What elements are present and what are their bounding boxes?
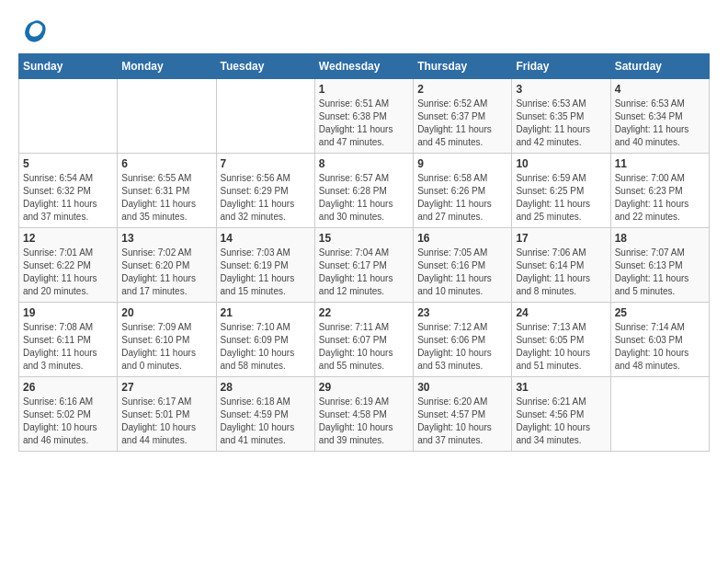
calendar-cell — [216, 79, 314, 154]
weekday-header-cell: Saturday — [610, 54, 709, 79]
calendar-cell: 19Sunrise: 7:08 AM Sunset: 6:11 PM Dayli… — [19, 303, 118, 377]
day-info: Sunrise: 6:19 AM Sunset: 4:58 PM Dayligh… — [319, 396, 409, 447]
day-info: Sunrise: 7:09 AM Sunset: 6:10 PM Dayligh… — [121, 321, 211, 373]
calendar-cell: 3Sunrise: 6:53 AM Sunset: 6:35 PM Daylig… — [512, 79, 610, 154]
day-number: 25 — [615, 306, 705, 319]
calendar-cell — [610, 377, 709, 452]
day-info: Sunrise: 6:56 AM Sunset: 6:29 PM Dayligh… — [221, 172, 311, 224]
day-number: 8 — [319, 157, 409, 170]
day-info: Sunrise: 7:03 AM Sunset: 6:19 PM Dayligh… — [221, 247, 311, 298]
calendar-cell — [19, 79, 118, 154]
calendar-cell: 13Sunrise: 7:02 AM Sunset: 6:20 PM Dayli… — [118, 228, 216, 303]
day-number: 22 — [319, 306, 409, 319]
calendar-cell: 24Sunrise: 7:13 AM Sunset: 6:05 PM Dayli… — [512, 303, 610, 377]
day-number: 18 — [615, 232, 705, 245]
day-number: 30 — [417, 381, 507, 394]
day-number: 20 — [121, 306, 211, 319]
calendar-cell: 1Sunrise: 6:51 AM Sunset: 6:38 PM Daylig… — [314, 79, 413, 154]
day-info: Sunrise: 6:59 AM Sunset: 6:25 PM Dayligh… — [516, 172, 606, 224]
weekday-header-cell: Monday — [118, 54, 216, 79]
day-info: Sunrise: 6:58 AM Sunset: 6:26 PM Dayligh… — [417, 172, 507, 224]
day-number: 26 — [23, 381, 113, 394]
day-number: 5 — [23, 157, 113, 170]
day-info: Sunrise: 7:10 AM Sunset: 6:09 PM Dayligh… — [221, 321, 311, 373]
calendar-cell: 20Sunrise: 7:09 AM Sunset: 6:10 PM Dayli… — [118, 303, 216, 377]
day-number: 19 — [23, 306, 113, 319]
weekday-header-cell: Wednesday — [314, 54, 413, 79]
day-info: Sunrise: 7:05 AM Sunset: 6:16 PM Dayligh… — [417, 247, 507, 298]
calendar-cell: 27Sunrise: 6:17 AM Sunset: 5:01 PM Dayli… — [118, 377, 216, 452]
day-number: 29 — [319, 381, 409, 394]
calendar-week-row: 5Sunrise: 6:54 AM Sunset: 6:32 PM Daylig… — [19, 154, 710, 228]
day-number: 3 — [516, 83, 606, 96]
day-info: Sunrise: 7:00 AM Sunset: 6:23 PM Dayligh… — [615, 172, 705, 224]
weekday-header-cell: Friday — [512, 54, 610, 79]
day-info: Sunrise: 6:21 AM Sunset: 4:56 PM Dayligh… — [516, 396, 606, 447]
day-info: Sunrise: 7:14 AM Sunset: 6:03 PM Dayligh… — [615, 321, 705, 373]
weekday-header-cell: Sunday — [19, 54, 118, 79]
calendar-cell: 2Sunrise: 6:52 AM Sunset: 6:37 PM Daylig… — [414, 79, 512, 154]
day-info: Sunrise: 6:52 AM Sunset: 6:37 PM Dayligh… — [417, 98, 507, 149]
day-number: 28 — [221, 381, 311, 394]
page-header — [18, 18, 710, 44]
calendar-cell: 25Sunrise: 7:14 AM Sunset: 6:03 PM Dayli… — [610, 303, 709, 377]
day-number: 10 — [516, 157, 606, 170]
day-number: 27 — [121, 381, 211, 394]
day-number: 9 — [417, 157, 507, 170]
day-info: Sunrise: 7:06 AM Sunset: 6:14 PM Dayligh… — [516, 247, 606, 298]
day-info: Sunrise: 7:02 AM Sunset: 6:20 PM Dayligh… — [121, 247, 211, 298]
calendar-cell: 15Sunrise: 7:04 AM Sunset: 6:17 PM Dayli… — [314, 228, 413, 303]
calendar-week-row: 26Sunrise: 6:16 AM Sunset: 5:02 PM Dayli… — [19, 377, 710, 452]
calendar-cell: 31Sunrise: 6:21 AM Sunset: 4:56 PM Dayli… — [512, 377, 610, 452]
day-number: 23 — [417, 306, 507, 319]
calendar-cell: 9Sunrise: 6:58 AM Sunset: 6:26 PM Daylig… — [414, 154, 512, 228]
day-number: 2 — [417, 83, 507, 96]
calendar-cell: 28Sunrise: 6:18 AM Sunset: 4:59 PM Dayli… — [216, 377, 314, 452]
day-info: Sunrise: 7:01 AM Sunset: 6:22 PM Dayligh… — [23, 247, 113, 298]
day-info: Sunrise: 6:17 AM Sunset: 5:01 PM Dayligh… — [121, 396, 211, 447]
day-info: Sunrise: 6:51 AM Sunset: 6:38 PM Dayligh… — [319, 98, 409, 149]
day-info: Sunrise: 7:11 AM Sunset: 6:07 PM Dayligh… — [319, 321, 409, 373]
calendar-cell: 18Sunrise: 7:07 AM Sunset: 6:13 PM Dayli… — [610, 228, 709, 303]
calendar-cell: 11Sunrise: 7:00 AM Sunset: 6:23 PM Dayli… — [610, 154, 709, 228]
day-info: Sunrise: 6:16 AM Sunset: 5:02 PM Dayligh… — [23, 396, 113, 447]
day-number: 24 — [516, 306, 606, 319]
day-number: 15 — [319, 232, 409, 245]
calendar-cell: 12Sunrise: 7:01 AM Sunset: 6:22 PM Dayli… — [19, 228, 118, 303]
calendar-body: 1Sunrise: 6:51 AM Sunset: 6:38 PM Daylig… — [19, 79, 710, 452]
day-number: 17 — [516, 232, 606, 245]
calendar-cell: 5Sunrise: 6:54 AM Sunset: 6:32 PM Daylig… — [19, 154, 118, 228]
calendar-cell: 17Sunrise: 7:06 AM Sunset: 6:14 PM Dayli… — [512, 228, 610, 303]
calendar-cell: 30Sunrise: 6:20 AM Sunset: 4:57 PM Dayli… — [414, 377, 512, 452]
day-info: Sunrise: 6:55 AM Sunset: 6:31 PM Dayligh… — [121, 172, 211, 224]
weekday-header-row: SundayMondayTuesdayWednesdayThursdayFrid… — [19, 54, 710, 79]
weekday-header-cell: Tuesday — [216, 54, 314, 79]
day-info: Sunrise: 6:18 AM Sunset: 4:59 PM Dayligh… — [221, 396, 311, 447]
calendar-week-row: 19Sunrise: 7:08 AM Sunset: 6:11 PM Dayli… — [19, 303, 710, 377]
calendar-cell: 7Sunrise: 6:56 AM Sunset: 6:29 PM Daylig… — [216, 154, 314, 228]
day-number: 31 — [516, 381, 606, 394]
calendar-cell — [118, 79, 216, 154]
calendar-cell: 23Sunrise: 7:12 AM Sunset: 6:06 PM Dayli… — [414, 303, 512, 377]
calendar-cell: 8Sunrise: 6:57 AM Sunset: 6:28 PM Daylig… — [314, 154, 413, 228]
logo-icon — [20, 18, 46, 44]
day-number: 1 — [319, 83, 409, 96]
day-number: 14 — [221, 232, 311, 245]
day-info: Sunrise: 6:54 AM Sunset: 6:32 PM Dayligh… — [23, 172, 113, 224]
day-number: 21 — [221, 306, 311, 319]
day-info: Sunrise: 7:12 AM Sunset: 6:06 PM Dayligh… — [417, 321, 507, 373]
day-number: 13 — [121, 232, 211, 245]
calendar-cell: 6Sunrise: 6:55 AM Sunset: 6:31 PM Daylig… — [118, 154, 216, 228]
day-info: Sunrise: 6:57 AM Sunset: 6:28 PM Dayligh… — [319, 172, 409, 224]
day-number: 4 — [615, 83, 705, 96]
calendar-cell: 14Sunrise: 7:03 AM Sunset: 6:19 PM Dayli… — [216, 228, 314, 303]
day-info: Sunrise: 6:53 AM Sunset: 6:35 PM Dayligh… — [516, 98, 606, 149]
day-info: Sunrise: 6:53 AM Sunset: 6:34 PM Dayligh… — [615, 98, 705, 149]
calendar-week-row: 1Sunrise: 6:51 AM Sunset: 6:38 PM Daylig… — [19, 79, 710, 154]
day-number: 16 — [417, 232, 507, 245]
day-info: Sunrise: 7:07 AM Sunset: 6:13 PM Dayligh… — [615, 247, 705, 298]
logo — [18, 18, 46, 44]
day-number: 6 — [121, 157, 211, 170]
day-info: Sunrise: 7:08 AM Sunset: 6:11 PM Dayligh… — [23, 321, 113, 373]
day-info: Sunrise: 6:20 AM Sunset: 4:57 PM Dayligh… — [417, 396, 507, 447]
